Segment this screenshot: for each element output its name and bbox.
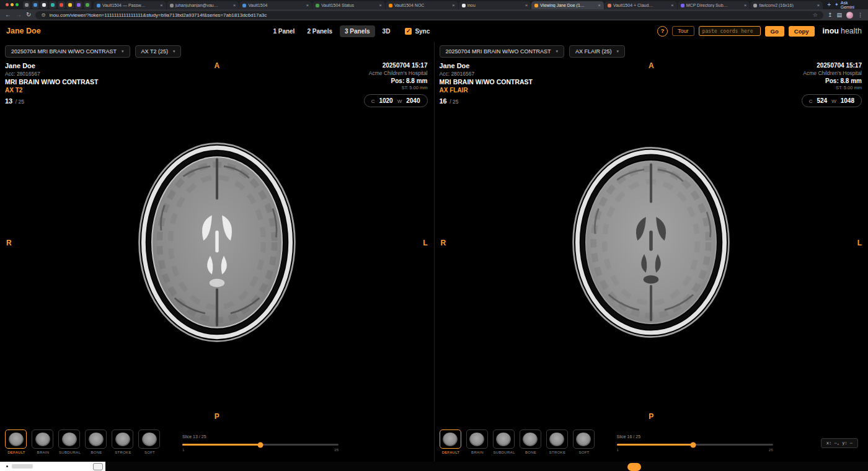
- pinned-tab[interactable]: [66, 1, 74, 9]
- coords-input[interactable]: [699, 26, 761, 36]
- preset-subdural[interactable]: SUBDURAL: [58, 429, 81, 454]
- preset-stroke[interactable]: STROKE: [112, 429, 135, 454]
- preset-thumbnail[interactable]: [138, 429, 160, 449]
- zoom-window-button[interactable]: [16, 3, 19, 6]
- browser-tab[interactable]: Vault1504 — Passw…×: [94, 1, 166, 9]
- slice-slider-handle[interactable]: [258, 442, 264, 447]
- study-select[interactable]: 20250704 MRI BRAIN W/WO CONTRAST ▾: [5, 45, 130, 58]
- preset-bone[interactable]: BONE: [85, 429, 108, 454]
- browser-tab[interactable]: Vault1504 NOC×: [386, 1, 458, 9]
- tab-close-icon[interactable]: ×: [306, 3, 309, 8]
- browser-tab[interactable]: inou×: [459, 1, 531, 9]
- tab-close-icon[interactable]: ×: [744, 3, 747, 8]
- sync-checkbox-checked[interactable]: ✓: [405, 28, 412, 35]
- tab-close-icon[interactable]: ×: [452, 3, 455, 8]
- url-field[interactable]: ⚙ inou.com/viewer/?token=111111111111111…: [35, 11, 823, 19]
- back-icon[interactable]: ←: [5, 12, 11, 18]
- series-select[interactable]: AX T2 (25) ▾: [135, 45, 182, 58]
- mri-image-t2[interactable]: [124, 132, 310, 353]
- go-button[interactable]: Go: [765, 26, 784, 37]
- copy-button[interactable]: Copy: [789, 26, 815, 37]
- tour-button[interactable]: Tour: [672, 26, 694, 36]
- preset-thumbnail[interactable]: [58, 429, 80, 449]
- series-select[interactable]: AX FLAIR (25) ▾: [569, 45, 625, 58]
- preset-thumbnail[interactable]: [32, 429, 53, 449]
- preset-thumbnail[interactable]: [466, 429, 488, 449]
- browser-tab[interactable]: Vault1504×: [239, 1, 312, 9]
- mri-image-flair[interactable]: [558, 132, 744, 353]
- tab-close-icon[interactable]: ×: [817, 3, 820, 8]
- browser-tab[interactable]: juhanjuhanjan@vau…×: [167, 1, 239, 9]
- browser-tab[interactable]: Vault1504 + Claud…×: [604, 1, 677, 9]
- one-panel-button[interactable]: 1 Panel: [268, 25, 299, 37]
- browser-menu-icon[interactable]: ⋮: [857, 12, 863, 18]
- window-center-value[interactable]: 1020: [379, 97, 392, 104]
- tab-close-icon[interactable]: ×: [525, 3, 528, 8]
- pinned-tab[interactable]: [58, 1, 65, 9]
- preset-subdural[interactable]: SUBDURAL: [493, 429, 516, 454]
- slice-slider-handle[interactable]: [690, 442, 696, 447]
- preset-thumbnail[interactable]: [520, 429, 541, 449]
- profile-avatar[interactable]: [846, 12, 853, 19]
- browser-tab-active[interactable]: Viewing Jane Doe (1…×: [531, 1, 604, 9]
- preset-thumbnail[interactable]: [573, 429, 595, 449]
- window-level-box[interactable]: C 1020 W 2040: [364, 94, 428, 107]
- preset-thumbnail[interactable]: [85, 429, 107, 449]
- brand-light: health: [841, 27, 862, 35]
- ask-gemini-button[interactable]: ✦ Ask Gemini: [835, 1, 866, 9]
- slice-slider[interactable]: [617, 444, 773, 446]
- preset-soft[interactable]: SOFT: [573, 429, 596, 454]
- window-width-value[interactable]: 2040: [406, 97, 420, 104]
- preset-thumbnail[interactable]: [493, 429, 515, 449]
- browser-tab[interactable]: faviconv2 (16x16)×: [750, 1, 823, 9]
- study-select[interactable]: 20250704 MRI BRAIN W/WO CONTRAST ▾: [440, 45, 565, 58]
- three-d-button[interactable]: 3D: [378, 25, 396, 37]
- preset-stroke[interactable]: STROKE: [546, 429, 569, 454]
- tab-close-icon[interactable]: ×: [160, 3, 163, 8]
- preset-thumbnail[interactable]: [112, 429, 133, 449]
- note-input-box[interactable]: [93, 463, 103, 470]
- tab-close-icon[interactable]: ×: [671, 3, 674, 8]
- pinned-tab[interactable]: [84, 1, 91, 9]
- window-width-value[interactable]: 1048: [841, 97, 854, 104]
- preset-thumbnail[interactable]: [440, 429, 461, 449]
- url-text[interactable]: inou.com/viewer/?token=1111111111111111&…: [50, 12, 809, 18]
- preset-default[interactable]: DEFAULT: [440, 429, 463, 454]
- pinned-tab[interactable]: [23, 1, 30, 9]
- three-panels-button[interactable]: 3 Panels: [340, 25, 375, 37]
- preset-brain[interactable]: BRAIN: [32, 429, 55, 454]
- slice-slider[interactable]: [182, 444, 339, 446]
- preset-default[interactable]: DEFAULT: [5, 429, 28, 454]
- tab-close-icon[interactable]: ×: [233, 3, 236, 8]
- bookmark-star-icon[interactable]: ☆: [813, 12, 818, 18]
- reload-icon[interactable]: ↻: [26, 12, 31, 18]
- tab-overview-icon[interactable]: ▤: [836, 12, 842, 18]
- window-level-box[interactable]: C 524 W 1048: [802, 94, 862, 107]
- sync-toggle[interactable]: ✓ Sync: [405, 28, 430, 35]
- preset-bone[interactable]: BONE: [520, 429, 542, 454]
- pinned-tab[interactable]: [75, 1, 82, 9]
- tab-close-icon[interactable]: ×: [598, 3, 601, 8]
- preset-thumbnail[interactable]: [546, 429, 568, 449]
- two-panels-button[interactable]: 2 Panels: [302, 25, 337, 37]
- minimize-window-button[interactable]: [11, 3, 14, 6]
- preset-brain[interactable]: BRAIN: [466, 429, 489, 454]
- share-icon[interactable]: ↥: [828, 12, 833, 18]
- browser-tab[interactable]: MCP Directory Sub…×: [678, 1, 750, 9]
- pinned-tab[interactable]: [40, 1, 48, 9]
- browser-tab[interactable]: Vault1504 Status×: [312, 1, 385, 9]
- new-tab-button[interactable]: +: [823, 0, 835, 9]
- browser-url-bar: ← → ↻ ⚙ inou.com/viewer/?token=111111111…: [0, 9, 868, 20]
- floating-action-button[interactable]: [627, 463, 641, 471]
- forward-icon[interactable]: →: [16, 12, 22, 18]
- window-center-value[interactable]: 524: [817, 97, 828, 104]
- tab-close-icon[interactable]: ×: [379, 3, 382, 8]
- preset-soft[interactable]: SOFT: [138, 429, 161, 454]
- site-settings-icon[interactable]: ⚙: [41, 12, 45, 18]
- preset-thumbnail[interactable]: [5, 429, 27, 449]
- pinned-tab[interactable]: [32, 1, 39, 9]
- close-window-button[interactable]: [6, 3, 9, 6]
- pinned-tab[interactable]: [49, 1, 56, 9]
- help-icon[interactable]: ?: [657, 26, 668, 37]
- overlay-slice-counter: 16 / 25: [440, 95, 533, 106]
